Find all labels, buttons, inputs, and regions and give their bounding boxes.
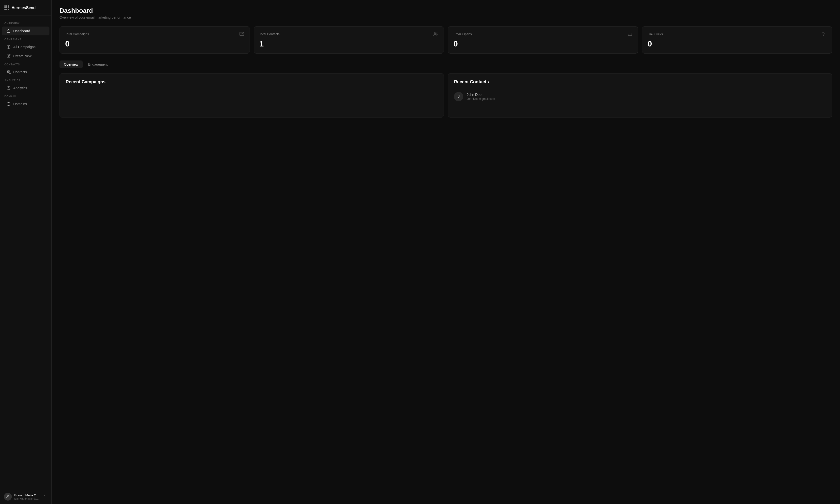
main-content: Dashboard Overview of your email marketi… (52, 0, 840, 504)
sidebar-item-label: Analytics (13, 86, 27, 90)
user-email: learnwithbrayan@gmail.com (14, 497, 39, 500)
stat-label: Email Opens (453, 32, 472, 36)
logo-grid-icon (4, 5, 9, 10)
stat-card-opens: Email Opens 0 (448, 26, 638, 54)
sidebar-item-label: Create New (13, 54, 32, 58)
create-icon (6, 54, 11, 58)
recent-contacts-card: Recent Contacts J John Doe JohnDoe@gmail… (448, 73, 832, 118)
domains-icon (6, 102, 11, 106)
sidebar-item-label: Contacts (13, 70, 27, 74)
page-subtitle: Overview of your email marketing perform… (59, 16, 832, 19)
sidebar-item-label: Dashboard (13, 29, 30, 33)
sidebar-item-domains[interactable]: Domains (2, 100, 50, 108)
analytics-icon (6, 86, 11, 90)
mail-icon (239, 32, 244, 36)
recent-contacts-title: Recent Contacts (454, 79, 826, 85)
sidebar-item-all-campaigns[interactable]: All Campaigns (2, 42, 50, 51)
stats-grid: Total Campaigns 0 Total Contacts (59, 26, 832, 54)
contact-initial: J (458, 94, 460, 99)
svg-point-1 (8, 47, 9, 48)
svg-point-6 (7, 495, 8, 497)
contact-item: J John Doe JohnDoe@gmail.com (454, 90, 826, 104)
tab-overview[interactable]: Overview (59, 60, 83, 68)
page-title: Dashboard (59, 7, 832, 15)
svg-point-0 (7, 45, 10, 49)
recent-campaigns-card: Recent Campaigns (59, 73, 444, 118)
user-more-button[interactable]: ⋮ (41, 493, 48, 500)
stat-card-clicks: Link Clicks 0 (642, 26, 833, 54)
stat-label: Total Campaigns (65, 32, 89, 36)
tab-engagement[interactable]: Engagement (84, 60, 112, 68)
sidebar-item-create-new[interactable]: Create New (2, 52, 50, 60)
sidebar: HermesSend OVERVIEW Dashboard CAMPAIGNS (0, 0, 52, 504)
user-name: Brayan Mejia C. (14, 493, 39, 497)
campaigns-icon (6, 45, 11, 49)
logo-area: HermesSend (0, 0, 51, 16)
stat-value: 0 (65, 39, 244, 49)
stat-card-contacts: Total Contacts 1 (254, 26, 444, 54)
stat-card-header: Link Clicks (648, 32, 827, 36)
home-icon (6, 29, 11, 33)
contact-name: John Doe (467, 93, 495, 96)
tab-bar: Overview Engagement (59, 60, 832, 68)
content-grid: Recent Campaigns Recent Contacts J John … (59, 73, 832, 118)
stat-value: 1 (260, 39, 439, 49)
sidebar-footer: Brayan Mejia C. learnwithbrayan@gmail.co… (0, 489, 51, 504)
section-label-domain: DOMAIN (0, 93, 51, 99)
recent-campaigns-title: Recent Campaigns (66, 79, 438, 85)
app-name: HermesSend (12, 6, 36, 10)
contact-avatar: J (454, 92, 463, 101)
stat-value: 0 (648, 39, 827, 49)
sidebar-nav: OVERVIEW Dashboard CAMPAIGNS All Campaig… (0, 16, 51, 489)
sidebar-item-contacts[interactable]: Contacts (2, 68, 50, 76)
section-label-contacts: CONTACTS (0, 61, 51, 67)
svg-point-2 (7, 71, 8, 72)
user-info: Brayan Mejia C. learnwithbrayan@gmail.co… (14, 493, 39, 500)
stat-card-header: Email Opens (453, 32, 632, 36)
stat-card-campaigns: Total Campaigns 0 (59, 26, 250, 54)
bar-chart-icon (628, 32, 632, 36)
contacts-icon (6, 70, 11, 74)
stat-card-header: Total Campaigns (65, 32, 244, 36)
stat-label: Total Contacts (260, 32, 280, 36)
user-avatar (4, 493, 12, 501)
svg-point-8 (434, 32, 436, 34)
contact-details: John Doe JohnDoe@gmail.com (467, 93, 495, 101)
stat-label: Link Clicks (648, 32, 663, 36)
sidebar-item-label: Domains (13, 102, 27, 106)
sidebar-item-dashboard[interactable]: Dashboard (2, 26, 50, 35)
contact-email: JohnDoe@gmail.com (467, 97, 495, 101)
stat-card-header: Total Contacts (260, 32, 439, 36)
sidebar-item-label: All Campaigns (13, 45, 35, 49)
users-icon (433, 32, 438, 36)
section-label-campaigns: CAMPAIGNS (0, 36, 51, 42)
section-label-analytics: ANALYTICS (0, 77, 51, 83)
sidebar-item-analytics[interactable]: Analytics (2, 84, 50, 92)
cursor-icon (822, 32, 826, 36)
section-label-overview: OVERVIEW (0, 20, 51, 26)
stat-value: 0 (453, 39, 632, 49)
